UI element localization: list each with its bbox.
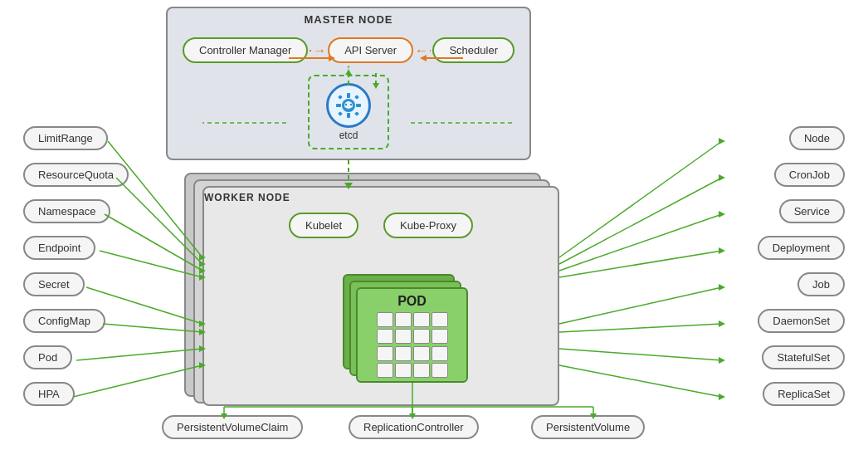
svg-rect-8 (354, 95, 359, 100)
svg-marker-47 (719, 394, 725, 400)
pod-cell (377, 312, 393, 327)
diagram-container: MASTER NODE Controller Manager → API Ser… (0, 0, 868, 450)
worker-node-title: WORKER NODE (204, 188, 558, 206)
kube-proxy-pill: Kube-Proxy (383, 213, 473, 238)
left-item-limitrange: LimitRange (23, 126, 108, 150)
svg-line-34 (559, 178, 722, 264)
pod-cell (432, 312, 448, 327)
left-item-resourcequota: ResourceQuota (23, 163, 129, 187)
svg-line-40 (559, 287, 722, 324)
svg-rect-4 (336, 104, 341, 107)
right-item-statefulset: StatefulSet (762, 345, 845, 369)
master-node: MASTER NODE Controller Manager → API Ser… (166, 7, 531, 160)
pod-cell (413, 346, 430, 361)
bottom-item-rc: ReplicationController (349, 415, 479, 439)
pod-cell (413, 312, 430, 327)
svg-marker-43 (719, 320, 725, 327)
left-item-secret: Secret (23, 272, 85, 296)
svg-line-44 (559, 349, 722, 360)
svg-point-11 (350, 104, 352, 105)
svg-line-32 (559, 141, 722, 257)
svg-marker-39 (719, 247, 725, 254)
pod-cell (432, 363, 448, 378)
pod-cell (377, 363, 393, 378)
svg-rect-7 (338, 111, 343, 116)
left-item-endpoint: Endpoint (23, 236, 95, 260)
right-item-deployment: Deployment (758, 236, 845, 260)
pod-cell (377, 346, 393, 361)
pod-cell (432, 346, 448, 361)
right-item-service: Service (779, 199, 845, 223)
svg-line-36 (559, 214, 722, 271)
left-item-pod: Pod (23, 345, 72, 369)
pod-cell (377, 329, 393, 344)
svg-marker-45 (719, 357, 725, 364)
svg-rect-6 (338, 95, 343, 100)
svg-rect-5 (356, 104, 361, 107)
svg-point-10 (345, 104, 347, 105)
svg-line-42 (559, 324, 722, 332)
right-item-daemonset: DaemonSet (758, 309, 845, 333)
svg-marker-37 (719, 211, 725, 218)
pod-cell (432, 329, 448, 344)
pod-grid-2 (377, 346, 448, 378)
svg-marker-35 (719, 174, 725, 181)
svg-marker-33 (719, 138, 725, 144)
master-node-title: MASTER NODE (304, 8, 393, 29)
svg-line-30 (73, 365, 202, 397)
right-item-node: Node (789, 126, 845, 150)
left-item-configmap: ConfigMap (23, 309, 105, 333)
scheduler-pill: Scheduler (432, 37, 514, 63)
etcd-label: etcd (339, 130, 358, 141)
svg-rect-3 (347, 113, 350, 118)
right-item-cronjob: CronJob (774, 163, 845, 187)
kubelet-pill: Kubelet (289, 213, 358, 238)
pod-cell (413, 329, 430, 344)
right-item-job: Job (797, 272, 845, 296)
pod-cell (395, 363, 412, 378)
svg-line-38 (559, 251, 722, 277)
svg-line-46 (559, 365, 722, 397)
left-item-hpa: HPA (23, 382, 75, 406)
bottom-item-pv: PersistentVolume (531, 415, 645, 439)
pod-cell (395, 312, 412, 327)
right-item-replicaset: ReplicaSet (763, 382, 845, 406)
api-server-pill: API Server (328, 37, 413, 63)
pod-cell (395, 329, 412, 344)
pod-cell (395, 346, 412, 361)
pod-cell (413, 363, 430, 378)
pod-box: POD (356, 287, 468, 383)
svg-rect-2 (347, 93, 350, 98)
controller-manager-pill: Controller Manager (183, 37, 308, 63)
svg-rect-9 (354, 111, 359, 116)
bottom-item-pvc: PersistentVolumeClaim (162, 415, 303, 439)
svg-marker-41 (719, 284, 725, 291)
left-item-namespace: Namespace (23, 199, 110, 223)
pod-title: POD (397, 294, 427, 309)
etcd-icon (334, 90, 363, 120)
pod-grid (377, 312, 448, 344)
